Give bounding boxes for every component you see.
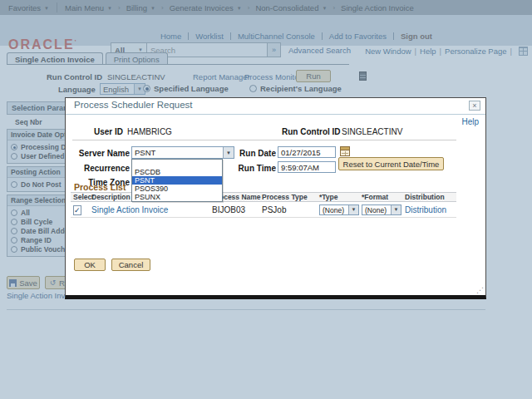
process-scheduler-request-dialog: Process Scheduler Request × Help User ID… xyxy=(65,97,486,299)
type-value: (None) xyxy=(320,205,348,214)
dropdown-option-blank[interactable] xyxy=(132,160,222,168)
run-control-id-value: SINGLEACTINV xyxy=(342,127,402,136)
user-id-value: HAMBRICG xyxy=(127,127,172,136)
distribution-link[interactable]: Distribution xyxy=(405,205,446,214)
reset-to-current-datetime-button[interactable]: Reset to Current Date/Time xyxy=(338,157,444,170)
dialog-help-link[interactable]: Help xyxy=(461,117,479,126)
row-select-checkbox-checked[interactable]: ✓ xyxy=(73,205,81,215)
process-list-header-row: Select Description Process Name Process … xyxy=(71,192,456,202)
resize-handle[interactable]: ⋰ xyxy=(476,286,484,294)
column-distribution: Distribution xyxy=(405,193,451,201)
column-format: *Format xyxy=(362,193,405,201)
process-description-link[interactable]: Single Action Invoice xyxy=(91,205,168,214)
type-select[interactable]: (None) ▼ xyxy=(319,204,359,215)
process-list-table: Select Description Process Name Process … xyxy=(71,192,456,218)
run-time-label: Run Time xyxy=(224,164,276,173)
process-name-value: BIJOB03 xyxy=(212,205,262,214)
dropdown-option-psnt-selected[interactable]: PSNT xyxy=(132,176,222,185)
run-control-id-label: Run Control ID xyxy=(282,127,341,136)
cancel-button[interactable]: Cancel xyxy=(111,259,150,271)
column-type: *Type xyxy=(319,193,362,201)
server-name-dropdown-list: PSCDB PSNT PSOS390 PSUNX xyxy=(131,159,223,202)
dropdown-option-psos390[interactable]: PSOS390 xyxy=(132,185,222,193)
calendar-icon[interactable] xyxy=(340,146,350,156)
section-divider xyxy=(72,140,456,140)
server-name-select[interactable]: PSNT ▼ xyxy=(131,146,234,159)
format-value: (None) xyxy=(362,205,391,214)
ok-button[interactable]: OK xyxy=(74,259,106,271)
dropdown-option-pscdb[interactable]: PSCDB xyxy=(132,168,222,176)
close-icon[interactable]: × xyxy=(469,101,480,111)
process-type-value: PSJob xyxy=(262,205,319,214)
chevron-down-icon: ▼ xyxy=(348,205,358,214)
user-id-label: User ID xyxy=(66,127,123,136)
chevron-down-icon: ▼ xyxy=(391,205,401,214)
dialog-title: Process Scheduler Request xyxy=(74,100,193,110)
server-name-label: Server Name xyxy=(66,149,130,158)
run-time-input[interactable]: 9:59:07AM xyxy=(278,161,336,173)
column-select: Select xyxy=(71,193,91,201)
recurrence-label: Recurrence xyxy=(66,164,130,173)
run-date-input[interactable]: 01/27/2015 xyxy=(278,146,336,158)
column-process-type: Process Type xyxy=(262,193,319,201)
process-list-title: Process List xyxy=(74,182,126,192)
dropdown-option-psunx[interactable]: PSUNX xyxy=(132,193,222,201)
run-date-label: Run Date xyxy=(224,149,276,158)
format-select[interactable]: (None) ▼ xyxy=(362,204,401,215)
table-row: ✓ Single Action Invoice BIJOB03 PSJob (N… xyxy=(71,202,456,218)
server-name-value: PSNT xyxy=(132,147,223,158)
dialog-title-separator xyxy=(66,114,485,115)
